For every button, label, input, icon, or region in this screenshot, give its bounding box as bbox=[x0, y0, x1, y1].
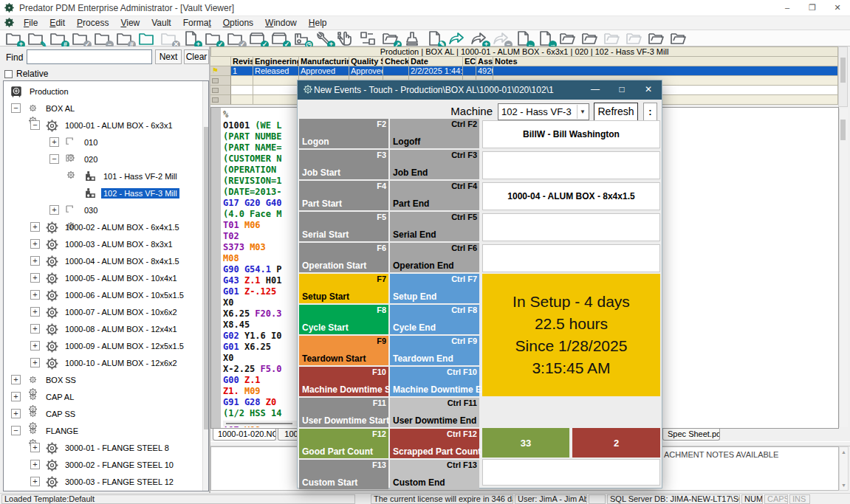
grid-cell[interactable] bbox=[463, 66, 476, 76]
tree-item-label[interactable]: 3000-03 - FLANGE STEEL 12 bbox=[63, 477, 176, 487]
event-button-operation-end[interactable]: Ctrl F6Operation End bbox=[390, 243, 479, 272]
expand-icon[interactable]: + bbox=[30, 443, 40, 452]
tree-item[interactable]: +1000-08 - ALUM BOX - 12x4x1 bbox=[4, 321, 208, 338]
menu-options[interactable]: Options bbox=[217, 18, 259, 28]
attachment-scrollbar[interactable] bbox=[839, 108, 848, 427]
event-button-scrapped-part-count[interactable]: Ctrl F12Scrapped Part Count bbox=[390, 429, 479, 458]
tree-item-label[interactable]: 030 bbox=[82, 205, 100, 215]
check-out-folder-icon[interactable]: ✓ bbox=[204, 30, 223, 47]
expand-icon[interactable]: + bbox=[11, 409, 21, 418]
tree-item-label[interactable]: 1000-02 - ALUM BOX - 6x4x1.5 bbox=[63, 222, 182, 232]
tree-item-label[interactable]: 101 - Hass VF-2 Mill bbox=[101, 171, 179, 182]
tree-item-label[interactable]: 1000-08 - ALUM BOX - 12x4x1 bbox=[63, 324, 179, 334]
tree-item[interactable]: +1000-09 - ALUM BOX - 12x5x1.5 bbox=[4, 338, 208, 355]
tree-item[interactable]: −020 bbox=[4, 151, 208, 168]
edit-folder-icon[interactable]: ✎ bbox=[27, 30, 46, 47]
check-folder-icon[interactable]: ✓ bbox=[226, 30, 245, 47]
grid-row-icon-cell[interactable] bbox=[210, 86, 231, 95]
tree-item[interactable]: +3000-01 - FLANGE STEEL 8 bbox=[4, 440, 208, 457]
collapse-icon[interactable]: − bbox=[30, 120, 40, 130]
open-folder-icon-6[interactable] bbox=[669, 30, 688, 47]
expand-icon[interactable]: + bbox=[11, 392, 21, 401]
grid-cell[interactable] bbox=[383, 66, 409, 76]
expand-icon[interactable]: + bbox=[30, 256, 40, 266]
expand-icon[interactable]: + bbox=[30, 222, 40, 232]
touch-events-icon[interactable] bbox=[337, 30, 356, 47]
collapse-icon[interactable]: − bbox=[49, 154, 59, 164]
stamp-icon[interactable] bbox=[403, 30, 422, 47]
tree-item-label[interactable]: 3000-02 - FLANGE STEEL 10 bbox=[63, 460, 176, 470]
expand-icon[interactable]: + bbox=[11, 375, 21, 384]
tree-item[interactable]: +1000-10 - ALUM BOX - 12x6x2 bbox=[4, 355, 208, 372]
grid-header-ECN[interactable]: ECN bbox=[463, 57, 476, 66]
machine-select[interactable]: 102 - Hass VF-3 ▼ bbox=[498, 103, 589, 120]
grid-header-Asset[interactable]: Asset bbox=[476, 57, 493, 66]
menu-edit[interactable]: Edit bbox=[44, 18, 71, 28]
event-button-part-end[interactable]: Ctrl F4Part End bbox=[390, 181, 479, 210]
grid-cell[interactable] bbox=[231, 86, 253, 95]
event-button-user-downtime-start[interactable]: F11User Downtime Start bbox=[299, 398, 388, 427]
collapse-icon[interactable]: − bbox=[11, 426, 21, 435]
expand-icon[interactable]: + bbox=[49, 137, 59, 147]
numbered-folder-icon[interactable]: # bbox=[115, 30, 134, 47]
tree-item-label[interactable]: BOX AL bbox=[44, 103, 77, 114]
tree-item-label[interactable]: FLANGE bbox=[44, 426, 80, 436]
grid-header-Revision[interactable]: Revision bbox=[231, 57, 253, 66]
menu-format[interactable]: Format bbox=[177, 18, 217, 28]
tree-item[interactable]: −BOX AL bbox=[4, 100, 208, 117]
grid-cell[interactable]: 1 bbox=[231, 66, 253, 76]
tree-item[interactable]: +1000-07 - ALUM BOX - 10x6x2 bbox=[4, 304, 208, 321]
remove-folder-icon[interactable]: − bbox=[93, 30, 112, 47]
open-folder-icon-3[interactable] bbox=[603, 30, 622, 47]
expand-icon[interactable]: + bbox=[30, 290, 40, 300]
tree-item[interactable]: +BOX SS bbox=[4, 372, 208, 389]
event-button-custom-start[interactable]: F13Custom Start bbox=[299, 460, 388, 489]
grid-header-Manufacturing Status[interactable]: Manufacturing Status bbox=[299, 57, 349, 66]
close-button[interactable]: ✕ bbox=[825, 0, 850, 16]
grid-cell[interactable] bbox=[253, 86, 299, 95]
tree-item-label[interactable]: 1000-10 - ALUM BOX - 12x6x2 bbox=[63, 358, 179, 368]
export-document-icon[interactable]: → bbox=[536, 30, 555, 47]
tree-item[interactable]: Production bbox=[4, 83, 208, 100]
grid-cell[interactable] bbox=[231, 76, 253, 86]
minimize-button[interactable]: – bbox=[775, 0, 800, 16]
open-folder-icon-1[interactable] bbox=[558, 30, 577, 47]
scroll-down-icon[interactable]: ▼ bbox=[840, 483, 848, 488]
expand-icon[interactable]: + bbox=[30, 324, 40, 334]
tree-item[interactable]: −1000-01 - ALUM BOX - 6x3x1 bbox=[4, 117, 208, 134]
tree-item[interactable]: +010 bbox=[4, 134, 208, 151]
grid-header-icon[interactable] bbox=[210, 57, 231, 66]
event-button-cycle-end[interactable]: Ctrl F8Cycle End bbox=[390, 305, 479, 334]
tree-item-label[interactable]: 1000-06 - ALUM BOX - 10x5x1.5 bbox=[63, 290, 186, 300]
menu-help[interactable]: Help bbox=[303, 18, 333, 28]
grid-cell[interactable] bbox=[253, 95, 299, 105]
event-button-user-downtime-end[interactable]: Ctrl F11User Downtime End bbox=[390, 398, 479, 427]
compare-icon[interactable] bbox=[359, 30, 378, 47]
approve-folder-icon[interactable]: ✓ bbox=[71, 30, 90, 47]
grid-scrollbar[interactable] bbox=[838, 46, 848, 107]
tree-item[interactable]: +1000-02 - ALUM BOX - 6x4x1.5 bbox=[4, 219, 208, 236]
collapse-icon[interactable]: − bbox=[11, 103, 21, 113]
expand-icon[interactable]: + bbox=[30, 341, 40, 351]
event-button-good-part-count[interactable]: F12Good Part Count bbox=[299, 429, 388, 458]
grid-cell[interactable] bbox=[253, 76, 299, 86]
tree-item-label[interactable]: 020 bbox=[82, 154, 100, 165]
find-clear-button[interactable]: Clear bbox=[184, 49, 209, 64]
event-button-setup-end[interactable]: Ctrl F7Setup End bbox=[390, 274, 479, 303]
tree-item[interactable]: +CAP SS bbox=[4, 406, 208, 423]
event-button-logon[interactable]: F2Logon bbox=[299, 119, 388, 148]
find-input[interactable] bbox=[27, 49, 152, 64]
event-button-teardown-end[interactable]: Ctrl F9Teardown End bbox=[390, 336, 479, 365]
grid-cell[interactable]: Approved bbox=[349, 66, 383, 76]
tree-item[interactable]: 102 - Hass VF-3 Mill bbox=[4, 185, 208, 202]
copy-folder-icon[interactable] bbox=[137, 30, 157, 47]
nc-code[interactable]: %O1001 (WE L(PART NUMBE(PART NAME=(CUSTO… bbox=[223, 109, 282, 430]
grid-cell[interactable] bbox=[493, 66, 838, 76]
tree-item-label[interactable]: CAP SS bbox=[44, 409, 78, 419]
grid-cell[interactable]: 4920 bbox=[476, 66, 493, 76]
grid-cell[interactable]: Released bbox=[253, 66, 299, 76]
menu-file[interactable]: File bbox=[18, 18, 44, 28]
tree-item-label[interactable]: Production bbox=[27, 86, 71, 97]
grid-row-icon-cell[interactable] bbox=[210, 95, 231, 105]
relative-checkbox[interactable] bbox=[4, 70, 13, 78]
